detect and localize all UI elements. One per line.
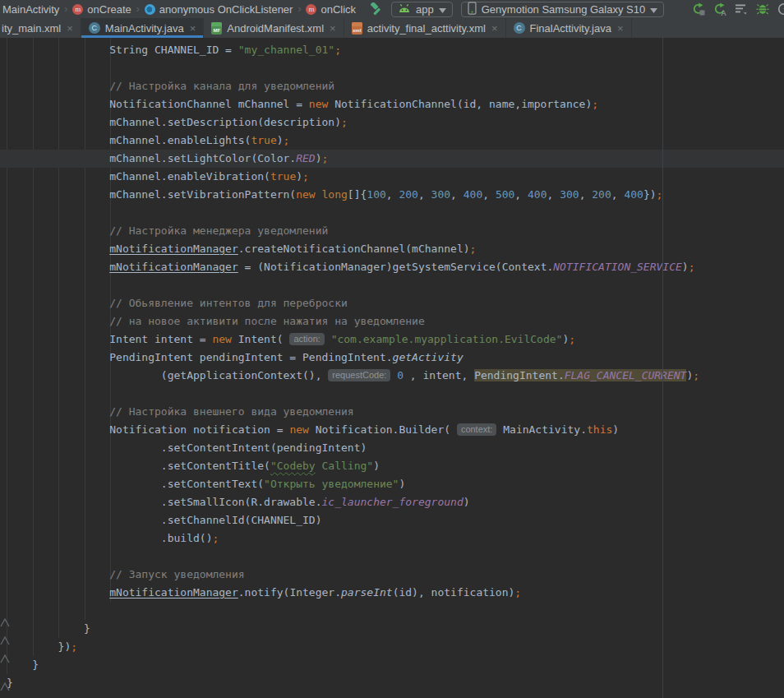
code-line[interactable] (0, 59, 784, 77)
fold-marker-icon[interactable] (0, 634, 10, 650)
chevron-down-icon (650, 3, 657, 16)
code-line[interactable]: } (0, 656, 784, 674)
code-area[interactable]: String CHANNEL_ID = "my_channel_01"; // … (0, 38, 784, 692)
profiler-icon[interactable] (777, 2, 784, 16)
code-line[interactable]: .setContentIntent(pendingIntent) (0, 439, 784, 457)
tab-close-icon[interactable]: × (67, 22, 73, 35)
tab-label: MainActivity.java (105, 22, 184, 35)
breadcrumb-label: onClick (321, 3, 356, 16)
svg-text:A: A (722, 9, 726, 16)
code-line[interactable]: (getApplicationContext(), requestCode: 0… (0, 367, 784, 385)
device-label: Genymotion Samsung Galaxy S10 (482, 3, 645, 16)
tab-androidmanifest-xml[interactable]: MFAndroidManifest.xml× (204, 18, 344, 38)
code-line[interactable]: // Настройка канала для уведомлений (0, 77, 784, 95)
breadcrumb-label: anonymous OnClickListener (159, 3, 293, 16)
tab-finalacttivity-java[interactable]: CFinalActtivity.java× (506, 18, 632, 38)
breadcrumb-item-mainactivity[interactable]: MainActivity (2, 3, 59, 16)
param-name-hint: context: (457, 423, 497, 436)
code-line[interactable]: // на новое активити после нажатия на ув… (0, 312, 784, 331)
layout-file-icon: xml (352, 22, 362, 35)
fold-marker-icon[interactable] (0, 680, 10, 696)
tab-mainactivity-java[interactable]: CMainActivity.java× (81, 18, 204, 38)
code-line[interactable] (0, 204, 784, 222)
navigation-bar: MainActivity›monCreate›anonymous OnClick… (0, 0, 784, 18)
tab-activity-final-acttivity-xml[interactable]: xmlactivity_final_acttivity.xml× (344, 18, 506, 38)
code-line[interactable]: // Настройка менеджера уведомлений (0, 222, 784, 240)
code-line[interactable]: Notification notification = new Notifica… (0, 421, 784, 439)
tab-label: ity_main.xml (2, 22, 61, 35)
code-line[interactable] (0, 385, 784, 403)
editor-tabs: ity_main.xml×CMainActivity.java×MFAndroi… (0, 18, 784, 38)
tab-label: activity_final_acttivity.xml (367, 22, 486, 35)
code-line[interactable]: mChannel.enableLights(true); (0, 132, 784, 150)
code-line[interactable]: .setChannelId(CHANNEL_ID) (0, 511, 784, 529)
breadcrumb-label: onCreate (87, 3, 131, 16)
margin-guide (662, 38, 663, 698)
code-line[interactable]: PendingIntent pendingIntent = PendingInt… (0, 349, 784, 367)
breadcrumb-separator: › (64, 3, 67, 15)
breadcrumb-separator: › (297, 3, 301, 15)
apply-changes-restart-icon[interactable] (692, 2, 705, 16)
breadcrumb-separator: › (136, 3, 140, 15)
run-configuration-label: app (416, 3, 434, 16)
anonymous-class-icon (145, 4, 155, 15)
code-line[interactable]: NotificationChannel mChannel = new Notif… (0, 95, 784, 113)
manifest-file-icon: MF (211, 22, 222, 35)
code-line[interactable]: String CHANNEL_ID = "my_channel_01"; (0, 41, 784, 59)
code-line[interactable]: .build(); (0, 529, 784, 548)
code-line[interactable]: mNotificationManager = (NotificationMana… (0, 258, 784, 276)
android-icon (398, 3, 411, 16)
tab-close-icon[interactable]: × (330, 22, 336, 35)
tab-close-icon[interactable]: × (617, 22, 624, 35)
code-line[interactable]: // Запуск уведомления (0, 566, 784, 584)
code-editor[interactable]: String CHANNEL_ID = "my_channel_01"; // … (0, 38, 784, 698)
class-file-icon: C (514, 22, 525, 34)
chevron-down-icon (439, 3, 446, 16)
method-icon: m (72, 4, 83, 15)
code-line[interactable]: // Настройка внешнего вида уведомления (0, 403, 784, 421)
breadcrumb-item-oncreate[interactable]: monCreate (72, 3, 131, 16)
code-line[interactable]: }); (0, 638, 784, 656)
code-line[interactable]: mNotificationManager.notify(Integer.pars… (0, 584, 784, 602)
code-line[interactable]: Intent intent = new Intent( action: "com… (0, 331, 784, 349)
class-file-icon: C (89, 22, 100, 34)
tab-label: AndroidManifest.xml (227, 22, 324, 35)
breadcrumb: MainActivity›monCreate›anonymous OnClick… (2, 3, 356, 16)
fold-marker-icon[interactable] (0, 652, 10, 668)
breadcrumb-item-anonymous-onclicklistener[interactable]: anonymous OnClickListener (145, 3, 293, 16)
code-line[interactable]: .setContentTitle("Codeby Calling") (0, 457, 784, 475)
code-line[interactable]: mChannel.enableVibration(true); (0, 168, 784, 186)
code-line[interactable]: mChannel.setDescription(description); (0, 113, 784, 132)
apply-code-changes-icon[interactable]: A (713, 2, 726, 16)
build-hammer-icon[interactable] (369, 2, 383, 16)
code-line[interactable]: mNotificationManager.createNotificationC… (0, 240, 784, 258)
code-line[interactable]: } (0, 674, 784, 692)
code-line[interactable]: mChannel.setVibrationPattern(new long[]{… (0, 186, 784, 204)
run-configuration-select[interactable]: app (391, 2, 453, 17)
code-line[interactable] (0, 602, 784, 620)
toolbar-actions: A (684, 2, 784, 16)
breadcrumb-item-onclick[interactable]: monClick (306, 3, 356, 16)
tab-label: FinalActtivity.java (530, 22, 611, 35)
code-line[interactable]: .setContentText("Открыть уведомление") (0, 475, 784, 493)
code-line[interactable] (0, 276, 784, 294)
fold-marker-icon[interactable] (0, 616, 10, 632)
tab-close-icon[interactable]: × (190, 22, 196, 35)
code-line[interactable]: .setSmallIcon(R.drawable.ic_launcher_for… (0, 493, 784, 511)
debug-icon[interactable] (756, 2, 769, 16)
method-icon: m (306, 4, 316, 15)
attach-debugger-icon[interactable] (735, 2, 748, 16)
device-select[interactable]: Genymotion Samsung Galaxy S10 (461, 2, 664, 17)
code-line[interactable] (0, 548, 784, 566)
code-line-caret-row[interactable]: mChannel.setLightColor(Color.RED); (0, 150, 784, 168)
breadcrumb-label: MainActivity (2, 3, 59, 16)
code-line[interactable]: } (0, 620, 784, 638)
param-name-hint: action: (289, 333, 324, 345)
phone-icon (468, 2, 477, 17)
tab-close-icon[interactable]: × (491, 22, 498, 35)
tab-ity-main-xml[interactable]: ity_main.xml× (0, 18, 81, 38)
param-name-hint: requestCode: (328, 369, 390, 381)
code-line[interactable]: // Обьявление интентов для переброски (0, 294, 784, 312)
